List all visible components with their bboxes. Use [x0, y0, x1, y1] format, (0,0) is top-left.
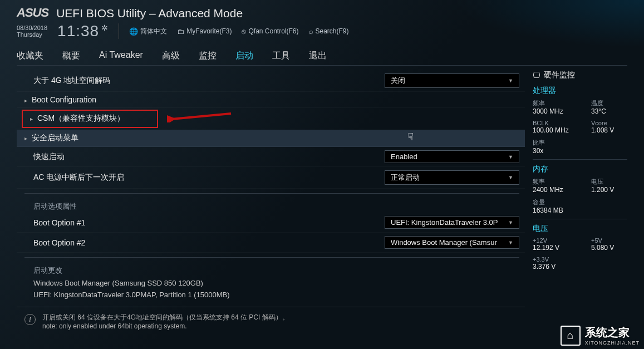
dropdown-boot-option-1[interactable]: UEFI: KingstonDataTraveler 3.0P ▼: [385, 216, 519, 229]
qfan-button[interactable]: ⎋ Qfan Control(F6): [242, 27, 298, 36]
chevron-down-icon: ▼: [508, 175, 513, 180]
language-selector[interactable]: 🌐 简体中文: [129, 27, 167, 36]
tab-exit[interactable]: 退出: [309, 50, 327, 62]
override-entry-1[interactable]: Windows Boot Manager (Samsung SSD 850 12…: [17, 277, 525, 288]
setting-boot-option-1[interactable]: Boot Option #1 UEFI: KingstonDataTravele…: [17, 213, 525, 233]
watermark-logo-icon: ⌂: [561, 326, 581, 346]
section-boot-override: 启动更改: [17, 262, 525, 277]
setting-fast-boot[interactable]: 快速启动 Enabled ▼: [17, 147, 525, 167]
section-boot-options: 启动选项属性: [17, 198, 525, 213]
dropdown-boot-option-2[interactable]: Windows Boot Manager (Samsur ▼: [385, 236, 519, 249]
fan-icon: ⎋: [242, 27, 246, 36]
setting-ac-resume[interactable]: AC 电源中断后下一次开启 正常启动 ▼: [17, 167, 525, 189]
tab-boot[interactable]: 启动: [235, 50, 253, 62]
voltage-section: 电压: [533, 219, 627, 234]
cursor-icon: ☟: [407, 131, 414, 143]
submenu-boot-config[interactable]: Boot Configuration: [17, 92, 525, 108]
favorite-button[interactable]: 🗀 MyFavorite(F3): [177, 27, 232, 36]
tab-main[interactable]: 概要: [62, 50, 80, 62]
folder-icon: 🗀: [177, 27, 184, 36]
tab-aitweaker[interactable]: Ai Tweaker: [99, 50, 143, 62]
dropdown-above-4g[interactable]: 关闭 ▼: [385, 73, 519, 88]
day-text: Thursday: [17, 31, 47, 38]
memory-section: 内存: [533, 159, 627, 174]
info-icon: i: [24, 314, 36, 325]
cpu-section: 处理器: [533, 86, 627, 96]
settings-panel: 大于 4G 地址空间解码 关闭 ▼ Boot Configuration CSM…: [17, 70, 525, 330]
separator: [119, 23, 119, 39]
tab-tool[interactable]: 工具: [272, 50, 290, 62]
brand-logo: ASUS: [17, 6, 48, 20]
monitor-icon: 🖵: [533, 71, 540, 80]
hardware-monitor-panel: 🖵 硬件监控 处理器 频率3000 MHz 温度33°C BCLK100.00 …: [533, 70, 627, 330]
search-button[interactable]: ⌕ Search(F9): [309, 27, 349, 36]
header-info-row: 08/30/2018 Thursday 11:38 ✲ 🌐 简体中文 🗀 MyF…: [17, 22, 627, 40]
chevron-down-icon: ▼: [508, 220, 513, 225]
dropdown-ac-resume[interactable]: 正常启动 ▼: [385, 170, 519, 185]
main-tabs: 收藏夹 概要 Ai Tweaker 高级 监控 启动 工具 退出: [17, 50, 627, 66]
hw-monitor-title: 🖵 硬件监控: [533, 70, 627, 80]
globe-icon: 🌐: [129, 27, 138, 36]
tab-advanced[interactable]: 高级: [162, 50, 180, 62]
tab-monitor[interactable]: 监控: [199, 50, 217, 62]
date-block: 08/30/2018 Thursday: [17, 24, 47, 38]
help-hint: i 开启或关闭 64 位设备在大于4G地址空间的解码（仅当系统支持 64 位 P…: [17, 307, 525, 330]
date-text: 08/30/2018: [17, 24, 47, 31]
clock: 11:38 ✲: [57, 22, 109, 40]
submenu-secure-boot[interactable]: 安全启动菜单 ☟: [17, 130, 525, 147]
divider: [24, 193, 519, 194]
submenu-csm[interactable]: CSM（兼容性支持模块）: [22, 110, 158, 127]
tab-favorite[interactable]: 收藏夹: [17, 50, 43, 62]
header-top-row: ASUS UEFI BIOS Utility – Advanced Mode: [17, 6, 627, 20]
page-title: UEFI BIOS Utility – Advanced Mode: [56, 7, 243, 20]
chevron-down-icon: ▼: [508, 240, 513, 245]
watermark: ⌂ 系统之家 XITONGZHIJIA.NET: [561, 325, 640, 346]
dropdown-fast-boot[interactable]: Enabled ▼: [385, 150, 519, 163]
divider: [24, 257, 519, 258]
search-icon: ⌕: [309, 27, 313, 36]
gear-icon[interactable]: ✲: [101, 23, 109, 32]
setting-above-4g[interactable]: 大于 4G 地址空间解码 关闭 ▼: [17, 70, 525, 92]
setting-label: 大于 4G 地址空间解码: [33, 76, 110, 86]
override-entry-2[interactable]: UEFI: KingstonDataTraveler 3.0PMAP, Part…: [17, 288, 525, 300]
chevron-down-icon: ▼: [508, 78, 513, 83]
chevron-down-icon: ▼: [508, 154, 513, 160]
setting-boot-option-2[interactable]: Boot Option #2 Windows Boot Manager (Sam…: [17, 233, 525, 253]
